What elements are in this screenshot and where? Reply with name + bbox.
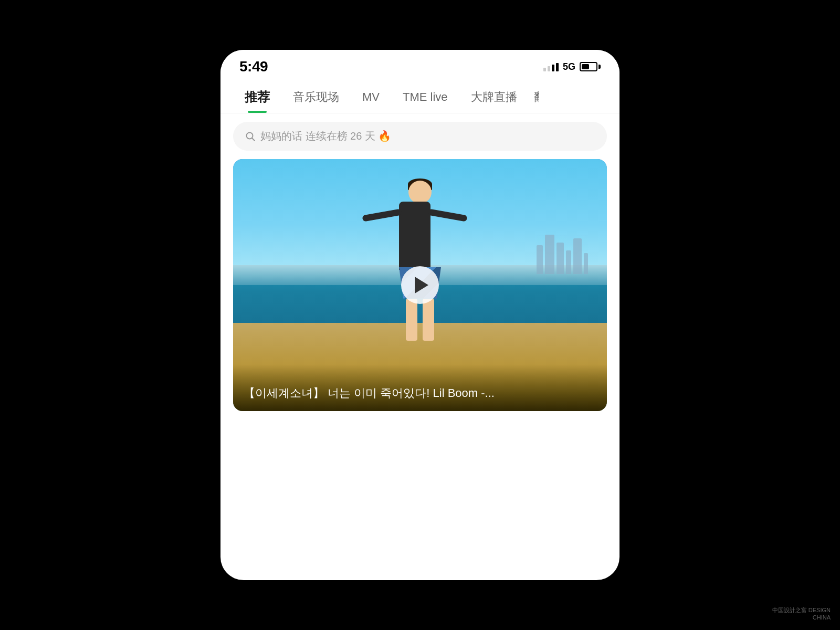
svg-line-1 [252,138,255,141]
cityscape [537,235,588,274]
building-3 [556,243,564,274]
beach-scene: 【이세계소녀】 너는 이미 죽어있다! Lil Boom -... [233,159,607,411]
tab-big-show[interactable]: 大牌直播 [459,80,529,112]
signal-icon [543,62,559,71]
status-time: 5:49 [239,58,268,75]
building-2 [545,235,554,274]
search-icon [246,132,255,141]
video-title: 【이세계소녀】 너는 이미 죽어있다! Lil Boom -... [244,385,596,402]
search-placeholder-text: 妈妈的话 连续在榜 26 天 🔥 [260,129,391,143]
figure-body [399,202,430,270]
phone-frame: 5:49 5G 推荐 [220,50,620,580]
signal-bar-1 [543,68,546,71]
play-button[interactable] [401,266,439,304]
figure-legs [406,299,434,341]
video-section: 【이세계소녀】 너는 이미 죽어있다! Lil Boom -... [220,159,620,580]
battery-icon [580,62,601,71]
tab-tme-live[interactable]: TME live [391,81,459,111]
figure-head [408,181,432,204]
video-card[interactable]: 【이세계소녀】 너는 이미 죽어있다! Lil Boom -... [233,159,607,411]
building-4 [566,250,571,274]
status-bar: 5:49 5G [220,50,620,79]
tab-more[interactable]: 翻 [529,80,539,112]
search-bar[interactable]: 妈妈的话 连续在榜 26 天 🔥 [233,122,607,151]
search-section: 妈妈的话 连续在榜 26 天 🔥 [220,113,620,159]
tab-recommend[interactable]: 推荐 [233,79,281,113]
play-triangle-icon [415,277,428,293]
watermark: 中国設計之富 DESIGNCHINA [772,606,831,621]
building-6 [584,253,588,274]
figure-leg-right [423,299,434,341]
signal-bar-3 [552,65,554,71]
watermark-text: 中国設計之富 DESIGNCHINA [772,606,831,621]
building-5 [573,238,582,274]
signal-bar-4 [556,63,559,71]
building-1 [537,245,543,274]
figure-leg-left [406,299,417,341]
signal-bar-2 [548,66,550,71]
network-type: 5G [563,61,575,72]
video-title-overlay: 【이세계소녀】 너는 이미 죽어있다! Lil Boom -... [233,364,607,411]
battery-fill [582,64,589,69]
tab-mv[interactable]: MV [351,81,391,111]
status-right: 5G [543,61,601,72]
battery-tip [598,65,601,69]
battery-body [580,62,597,71]
tab-music-live[interactable]: 音乐现场 [281,80,351,112]
nav-bar-label: 导航栏 [398,550,442,570]
tab-navigation: 推荐 音乐现场 MV TME live 大牌直播 翻 [220,79,620,113]
